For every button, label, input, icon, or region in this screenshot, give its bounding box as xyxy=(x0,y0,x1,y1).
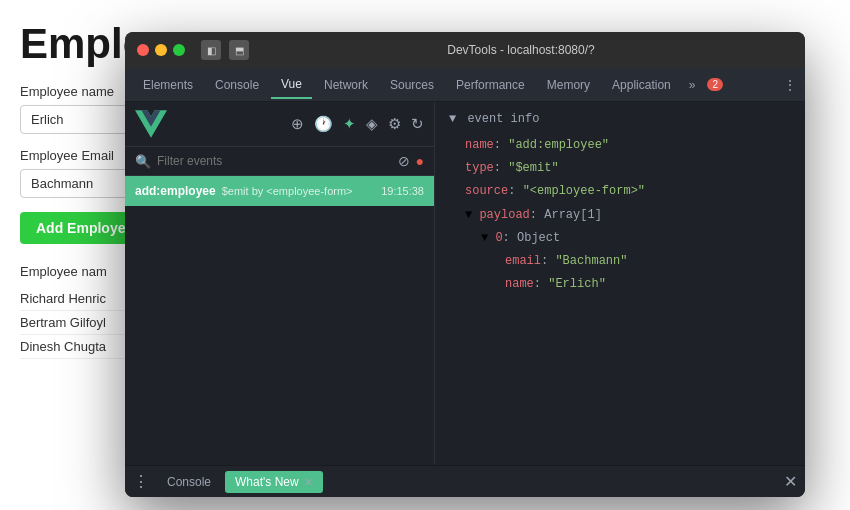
whats-new-tab[interactable]: What's New ✕ xyxy=(225,471,323,493)
record-icon[interactable]: ● xyxy=(416,153,424,169)
close-bottom-bar-icon[interactable]: ✕ xyxy=(784,472,797,491)
payload-collapse-icon[interactable]: ▼ xyxy=(465,208,479,222)
tab-memory[interactable]: Memory xyxy=(537,72,600,98)
tab-performance[interactable]: Performance xyxy=(446,72,535,98)
tab-console[interactable]: Console xyxy=(205,72,269,98)
routing-icon[interactable]: ◈ xyxy=(366,115,378,133)
events-icon[interactable]: ✦ xyxy=(343,115,356,133)
name-input[interactable] xyxy=(20,105,140,134)
settings-icon[interactable]: ⚙ xyxy=(388,115,401,133)
event-meta: $emit by <employee-form> xyxy=(222,185,353,197)
event-info-source: source: "<employee-form>" xyxy=(449,180,791,203)
devtools-window: ◧ ⬒ DevTools - localhost:8080/? Elements… xyxy=(125,32,805,497)
events-list[interactable]: add:employee $emit by <employee-form> 19… xyxy=(125,176,434,465)
devtools-titlebar: ◧ ⬒ DevTools - localhost:8080/? xyxy=(125,32,805,68)
vue-toolbar: ⊕ 🕐 ✦ ◈ ⚙ ↻ xyxy=(291,115,424,133)
tab-sources[interactable]: Sources xyxy=(380,72,444,98)
event-time: 19:15:38 xyxy=(381,185,424,197)
traffic-lights xyxy=(137,44,185,56)
console-bottom-tab[interactable]: Console xyxy=(157,471,221,493)
search-icon: 🔍 xyxy=(135,154,151,169)
clear-filter-icon[interactable]: ⊘ xyxy=(398,153,410,169)
email-input[interactable] xyxy=(20,169,140,198)
titlebar-left-icons: ◧ ⬒ xyxy=(201,40,249,60)
maximize-window-button[interactable] xyxy=(173,44,185,56)
components-icon[interactable]: ⊕ xyxy=(291,115,304,133)
tab-network[interactable]: Network xyxy=(314,72,378,98)
minimize-window-button[interactable] xyxy=(155,44,167,56)
event-info-type: type: "$emit" xyxy=(449,157,791,180)
tab-vue[interactable]: Vue xyxy=(271,71,312,99)
tab-elements[interactable]: Elements xyxy=(133,72,203,98)
list-item: Bertram Gilfoyl xyxy=(20,311,140,335)
collapse-icon[interactable]: ▼ xyxy=(449,112,456,126)
vue-logo-icon xyxy=(135,108,167,140)
event-info-name: name: "add:employee" xyxy=(449,134,791,157)
refresh-icon[interactable]: ↻ xyxy=(411,115,424,133)
vuex-icon[interactable]: 🕐 xyxy=(314,115,333,133)
event-info-title: ▼ event info xyxy=(449,112,791,126)
devtools-menu-icon[interactable]: ⋮ xyxy=(783,77,797,93)
dock-bottom-icon[interactable]: ⬒ xyxy=(229,40,249,60)
devtools-tabbar: Elements Console Vue Network Sources Per… xyxy=(125,68,805,102)
error-badge: 2 xyxy=(707,78,723,91)
close-window-button[interactable] xyxy=(137,44,149,56)
more-tabs-button[interactable]: » xyxy=(683,74,702,96)
event-info-payload: ▼ payload: Array[1] xyxy=(449,204,791,227)
filter-input[interactable] xyxy=(157,154,392,168)
object-collapse-icon[interactable]: ▼ xyxy=(481,231,495,245)
bottom-menu-icon[interactable]: ⋮ xyxy=(133,472,149,491)
event-info-panel: ▼ event info name: "add:employee" type: … xyxy=(435,102,805,465)
vue-header: ⊕ 🕐 ✦ ◈ ⚙ ↻ xyxy=(125,102,434,147)
devtools-body: ⊕ 🕐 ✦ ◈ ⚙ ↻ 🔍 ⊘ ● add xyxy=(125,102,805,465)
close-whats-new-button[interactable]: ✕ xyxy=(304,476,313,488)
list-item: Richard Henric xyxy=(20,287,140,311)
devtools-bottom-bar: ⋮ Console What's New ✕ ✕ xyxy=(125,465,805,497)
event-info-name-obj: name: "Erlich" xyxy=(449,273,791,296)
event-info-email: email: "Bachmann" xyxy=(449,250,791,273)
filter-bar: 🔍 ⊘ ● xyxy=(125,147,434,176)
vue-panel: ⊕ 🕐 ✦ ◈ ⚙ ↻ 🔍 ⊘ ● add xyxy=(125,102,435,465)
list-item: Dinesh Chugta xyxy=(20,335,140,359)
event-name: add:employee xyxy=(135,184,216,198)
devtools-title: DevTools - localhost:8080/? xyxy=(249,43,793,57)
tab-application[interactable]: Application xyxy=(602,72,681,98)
dock-left-icon[interactable]: ◧ xyxy=(201,40,221,60)
filter-actions: ⊘ ● xyxy=(398,153,424,169)
event-item[interactable]: add:employee $emit by <employee-form> 19… xyxy=(125,176,434,206)
event-info-index: ▼ 0: Object xyxy=(449,227,791,250)
